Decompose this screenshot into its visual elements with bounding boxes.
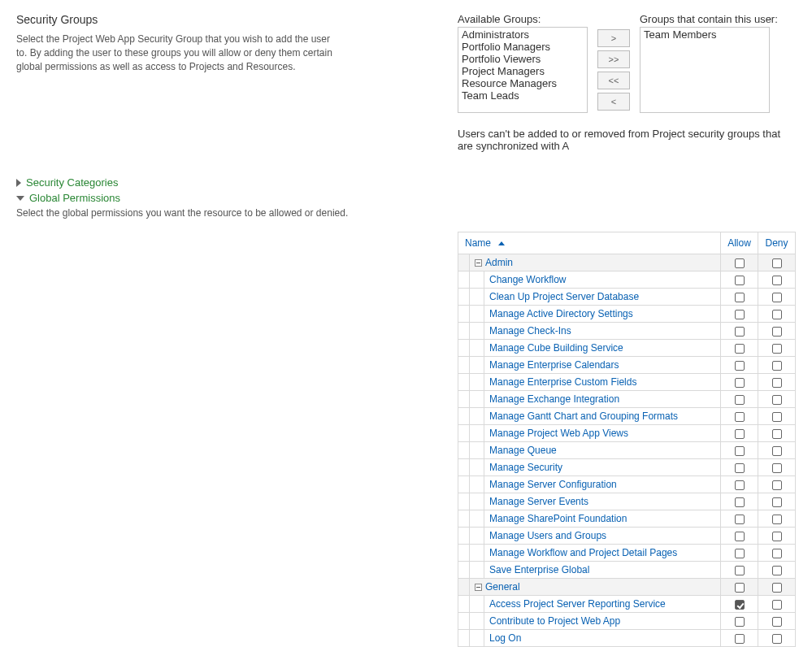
name-column-header[interactable]: Name: [458, 232, 721, 254]
deny-checkbox[interactable]: [772, 378, 782, 388]
add-all-button[interactable]: >>: [597, 50, 630, 68]
allow-checkbox[interactable]: [735, 600, 745, 610]
allow-checkbox[interactable]: [735, 617, 745, 627]
allow-checkbox[interactable]: [735, 446, 745, 456]
deny-checkbox[interactable]: [772, 293, 782, 302]
allow-column-header[interactable]: Allow: [721, 232, 758, 254]
deny-checkbox[interactable]: [772, 532, 782, 541]
global-permissions-toggle[interactable]: Global Permissions: [16, 192, 796, 204]
permission-link[interactable]: Save Enterprise Global: [489, 564, 589, 575]
permission-link[interactable]: Manage Security: [489, 462, 562, 473]
deny-checkbox[interactable]: [772, 600, 782, 610]
allow-checkbox[interactable]: [735, 310, 745, 319]
permission-link[interactable]: Log On: [489, 632, 521, 644]
permission-link[interactable]: Manage Enterprise Calendars: [489, 359, 619, 371]
allow-checkbox[interactable]: [735, 429, 745, 439]
deny-checkbox[interactable]: [772, 412, 782, 422]
remove-all-button[interactable]: <<: [597, 72, 630, 89]
allow-checkbox[interactable]: [735, 497, 745, 507]
deny-checkbox[interactable]: [772, 634, 782, 644]
permission-link[interactable]: Clean Up Project Server Database: [489, 291, 639, 302]
deny-checkbox[interactable]: [772, 276, 782, 285]
group-deny-checkbox[interactable]: [772, 258, 782, 268]
permission-link[interactable]: Manage Queue: [489, 445, 557, 456]
permission-link[interactable]: Manage Gantt Chart and Grouping Formats: [489, 410, 678, 422]
available-group-option[interactable]: Team Leads: [458, 89, 587, 102]
collapse-icon[interactable]: [475, 584, 482, 591]
deny-checkbox[interactable]: [772, 497, 782, 507]
permission-row: Manage Enterprise Calendars: [458, 357, 796, 374]
permission-link[interactable]: Manage Check-Ins: [489, 325, 571, 337]
allow-checkbox[interactable]: [735, 566, 745, 575]
available-groups-label: Available Groups:: [458, 13, 588, 25]
allow-checkbox[interactable]: [735, 532, 745, 541]
collapse-icon[interactable]: [475, 259, 482, 267]
deny-checkbox[interactable]: [772, 446, 782, 456]
group-allow-checkbox[interactable]: [735, 583, 745, 593]
permission-link[interactable]: Manage Project Web App Views: [489, 428, 628, 439]
group-name: General: [485, 581, 520, 593]
permission-link[interactable]: Manage Enterprise Custom Fields: [489, 376, 636, 388]
group-name: Admin: [485, 257, 513, 268]
available-group-option[interactable]: Administrators: [458, 28, 587, 41]
allow-checkbox[interactable]: [735, 549, 745, 558]
deny-checkbox[interactable]: [772, 344, 782, 354]
deny-checkbox[interactable]: [772, 480, 782, 490]
allow-checkbox[interactable]: [735, 361, 745, 371]
deny-column-header[interactable]: Deny: [758, 232, 796, 254]
deny-checkbox[interactable]: [772, 361, 782, 371]
allow-checkbox[interactable]: [735, 327, 745, 337]
allow-checkbox[interactable]: [735, 293, 745, 302]
permission-link[interactable]: Change Workflow: [489, 274, 567, 285]
permission-group-row: Admin: [458, 254, 796, 271]
deny-checkbox[interactable]: [772, 429, 782, 439]
permission-link[interactable]: Manage Active Directory Settings: [489, 308, 633, 319]
permission-link[interactable]: Manage Server Events: [489, 496, 588, 507]
allow-checkbox[interactable]: [735, 378, 745, 388]
deny-checkbox[interactable]: [772, 566, 782, 575]
add-button[interactable]: >: [597, 29, 630, 47]
available-groups-list[interactable]: AdministratorsPortfolio ManagersPortfoli…: [458, 27, 588, 113]
allow-checkbox[interactable]: [735, 463, 745, 473]
permission-link[interactable]: Access Project Server Reporting Service: [489, 598, 666, 610]
permission-link[interactable]: Manage Cube Building Service: [489, 342, 623, 354]
security-categories-toggle[interactable]: Security Categories: [16, 176, 796, 189]
table-header-row: Name Allow Deny: [458, 232, 796, 254]
permission-link[interactable]: Contribute to Project Web App: [489, 615, 620, 627]
deny-checkbox[interactable]: [772, 617, 782, 627]
allow-checkbox[interactable]: [735, 276, 745, 285]
contain-groups-list[interactable]: Team Members: [640, 27, 770, 113]
group-name-cell[interactable]: General: [470, 579, 721, 596]
available-group-option[interactable]: Project Managers: [458, 65, 587, 77]
contain-group-option[interactable]: Team Members: [640, 28, 769, 41]
deny-checkbox[interactable]: [772, 549, 782, 558]
permission-link[interactable]: Manage Server Configuration: [489, 479, 617, 490]
groups-area: Available Groups: AdministratorsPortfoli…: [458, 13, 796, 113]
deny-checkbox[interactable]: [772, 327, 782, 337]
allow-checkbox[interactable]: [735, 634, 745, 644]
permission-row: Manage Workflow and Project Detail Pages: [458, 545, 796, 562]
available-group-option[interactable]: Portfolio Managers: [458, 41, 587, 53]
deny-checkbox[interactable]: [772, 463, 782, 473]
group-deny-checkbox[interactable]: [772, 583, 782, 593]
allow-checkbox[interactable]: [735, 515, 745, 524]
allow-checkbox[interactable]: [735, 412, 745, 422]
deny-checkbox[interactable]: [772, 515, 782, 524]
available-group-option[interactable]: Resource Managers: [458, 77, 587, 89]
group-name-cell[interactable]: Admin: [470, 254, 721, 271]
permission-link[interactable]: Manage Users and Groups: [489, 530, 606, 541]
permission-link[interactable]: Manage Exchange Integration: [489, 393, 619, 405]
available-group-option[interactable]: Portfolio Viewers: [458, 53, 587, 65]
remove-button[interactable]: <: [597, 93, 630, 111]
group-allow-checkbox[interactable]: [735, 258, 745, 268]
security-categories-label: Security Categories: [26, 176, 118, 189]
allow-checkbox[interactable]: [735, 395, 745, 405]
permission-link[interactable]: Manage Workflow and Project Detail Pages: [489, 547, 677, 558]
permission-link[interactable]: Manage SharePoint Foundation: [489, 513, 627, 524]
deny-checkbox[interactable]: [772, 395, 782, 405]
global-permissions-help: Select the global permissions you want t…: [16, 207, 796, 219]
allow-checkbox[interactable]: [735, 480, 745, 490]
allow-checkbox[interactable]: [735, 344, 745, 354]
deny-checkbox[interactable]: [772, 310, 782, 319]
permission-row: Access Project Server Reporting Service: [458, 596, 796, 613]
